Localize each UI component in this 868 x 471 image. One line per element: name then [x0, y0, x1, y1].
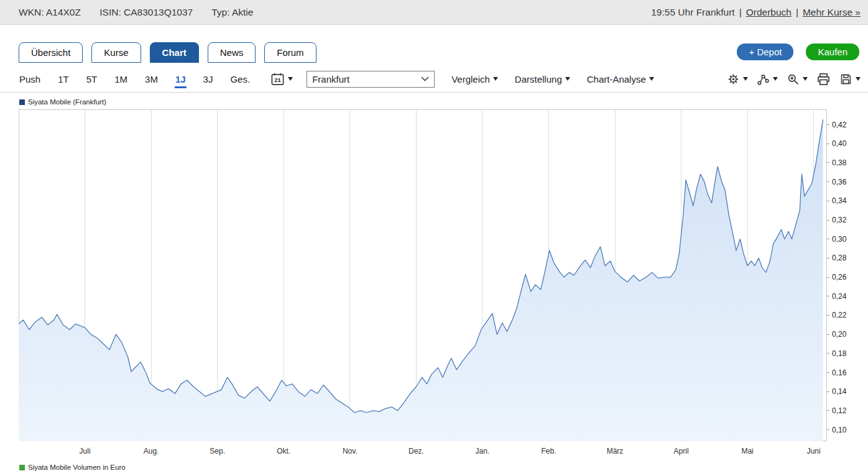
- chevron-down-icon: [803, 77, 808, 81]
- svg-text:April: April: [674, 447, 689, 455]
- wkn-label: WKN: A14X0Z: [19, 7, 81, 17]
- tab-chart[interactable]: Chart: [150, 42, 199, 63]
- volume-series-legend: Siyata Mobile Volumen in Euro: [19, 464, 126, 471]
- svg-text:Aug.: Aug.: [144, 447, 159, 455]
- svg-text:0,34: 0,34: [832, 196, 847, 205]
- svg-text:Feb.: Feb.: [541, 447, 556, 455]
- menu-vergleich[interactable]: Vergleich: [451, 74, 498, 85]
- main-tabs: Übersicht Kurse Chart News Forum: [19, 42, 325, 63]
- calendar-day-label: 21: [274, 76, 281, 83]
- svg-text:Jan.: Jan.: [476, 447, 490, 455]
- volume-legend-swatch: [19, 465, 25, 470]
- price-chart[interactable]: JuliAug.Sep.Okt.Nov.Dez.Jan.Feb.MärzApri…: [19, 109, 852, 464]
- indicators-icon: [757, 73, 770, 86]
- svg-text:0,32: 0,32: [832, 216, 847, 224]
- printer-icon: [816, 72, 831, 86]
- exchange-select[interactable]: Frankfurt: [307, 71, 435, 88]
- save-button[interactable]: [838, 71, 862, 87]
- svg-text:0,42: 0,42: [832, 121, 847, 129]
- svg-text:0,28: 0,28: [832, 254, 847, 262]
- range-3j[interactable]: 3J: [203, 70, 214, 88]
- tab-news[interactable]: News: [208, 42, 256, 63]
- svg-text:0,12: 0,12: [832, 406, 847, 415]
- price-legend-swatch: [19, 99, 25, 105]
- zoom-button[interactable]: [785, 71, 809, 87]
- tab-kurse[interactable]: Kurse: [91, 42, 141, 63]
- svg-text:0,22: 0,22: [832, 311, 847, 319]
- svg-text:0,14: 0,14: [832, 387, 847, 396]
- menu-label: Darstellung: [515, 74, 562, 85]
- depot-button[interactable]: + Depot: [737, 43, 793, 60]
- svg-text:Sep.: Sep.: [210, 447, 225, 455]
- svg-text:0,20: 0,20: [832, 330, 847, 339]
- svg-text:0,40: 0,40: [832, 139, 847, 148]
- chart-tool-icons: [726, 71, 862, 88]
- save-icon: [839, 73, 852, 86]
- divider: |: [796, 7, 798, 18]
- svg-text:0,30: 0,30: [832, 235, 847, 244]
- range-1t[interactable]: 1T: [57, 70, 70, 88]
- menu-chart-analyse[interactable]: Chart-Analyse: [587, 74, 654, 85]
- print-button[interactable]: [815, 71, 832, 88]
- toolbar-separator: [0, 92, 868, 93]
- range-3m[interactable]: 3M: [144, 70, 159, 88]
- chevron-down-icon: [649, 77, 654, 81]
- top-info-bar: WKN: A14X0Z ISIN: CA83013Q1037 Typ: Akti…: [0, 0, 868, 25]
- price-series-legend: Siyata Mobile (Frankfurt): [19, 98, 106, 106]
- svg-text:Mai: Mai: [741, 447, 753, 455]
- svg-text:0,10: 0,10: [832, 426, 847, 434]
- typ-label: Typ: Aktie: [211, 7, 253, 17]
- gear-icon: [727, 73, 740, 86]
- action-buttons: + Depot Kaufen: [737, 43, 859, 60]
- exchange-select-value: Frankfurt: [312, 74, 349, 85]
- chevron-down-icon: [421, 76, 429, 81]
- svg-text:Juni: Juni: [807, 447, 821, 455]
- chevron-down-icon: [773, 77, 778, 81]
- divider: |: [739, 7, 742, 18]
- svg-text:0,36: 0,36: [832, 178, 847, 186]
- chevron-down-icon: [565, 77, 570, 81]
- svg-text:0,26: 0,26: [832, 273, 847, 281]
- menu-label: Vergleich: [451, 74, 490, 85]
- chevron-down-icon: [493, 77, 498, 81]
- quote-links: 19:55 Uhr Frankfurt | Orderbuch | Mehr K…: [651, 7, 861, 18]
- svg-text:0,16: 0,16: [832, 368, 847, 377]
- calendar-icon: 21: [270, 72, 285, 86]
- settings-button[interactable]: [726, 71, 749, 87]
- svg-text:Nov.: Nov.: [343, 447, 358, 455]
- range-5t[interactable]: 5T: [86, 70, 98, 88]
- instrument-ids: WKN: A14X0Z ISIN: CA83013Q1037 Typ: Akti…: [19, 7, 269, 18]
- chart-toolbar: Push 1T 5T 1M 3M 1J 3J Ges. 21 Frankfurt…: [19, 67, 862, 91]
- svg-text:Okt.: Okt.: [277, 447, 290, 455]
- svg-text:Juli: Juli: [80, 447, 91, 455]
- calendar-button[interactable]: 21: [270, 72, 293, 86]
- isin-label: ISIN: CA83013Q1037: [99, 7, 193, 17]
- range-ges[interactable]: Ges.: [229, 70, 251, 88]
- range-push[interactable]: Push: [19, 70, 41, 88]
- chevron-down-icon: [288, 77, 293, 81]
- volume-legend-label: Siyata Mobile Volumen in Euro: [28, 464, 126, 471]
- svg-text:März: März: [607, 447, 624, 455]
- price-legend-label: Siyata Mobile (Frankfurt): [28, 98, 106, 106]
- chevron-down-icon: [743, 77, 748, 81]
- menu-darstellung[interactable]: Darstellung: [515, 74, 570, 85]
- range-1j[interactable]: 1J: [175, 70, 187, 88]
- kaufen-button[interactable]: Kaufen: [806, 43, 859, 60]
- price-chart-svg[interactable]: JuliAug.Sep.Okt.Nov.Dez.Jan.Feb.MärzApri…: [19, 109, 852, 464]
- mehr-kurse-link[interactable]: Mehr Kurse »: [803, 7, 861, 18]
- tab-forum[interactable]: Forum: [264, 42, 316, 63]
- tab-uebersicht[interactable]: Übersicht: [19, 42, 83, 63]
- chevron-down-icon: [856, 77, 861, 81]
- indicators-button[interactable]: [755, 71, 779, 87]
- svg-text:0,38: 0,38: [832, 158, 847, 167]
- svg-text:0,24: 0,24: [832, 292, 847, 301]
- orderbuch-link[interactable]: Orderbuch: [746, 7, 792, 18]
- svg-text:Dez.: Dez.: [409, 447, 424, 455]
- menu-label: Chart-Analyse: [587, 74, 646, 85]
- range-1m[interactable]: 1M: [114, 70, 128, 88]
- zoom-in-icon: [787, 73, 800, 86]
- quote-time: 19:55 Uhr Frankfurt: [651, 7, 734, 18]
- svg-text:0,18: 0,18: [832, 349, 847, 358]
